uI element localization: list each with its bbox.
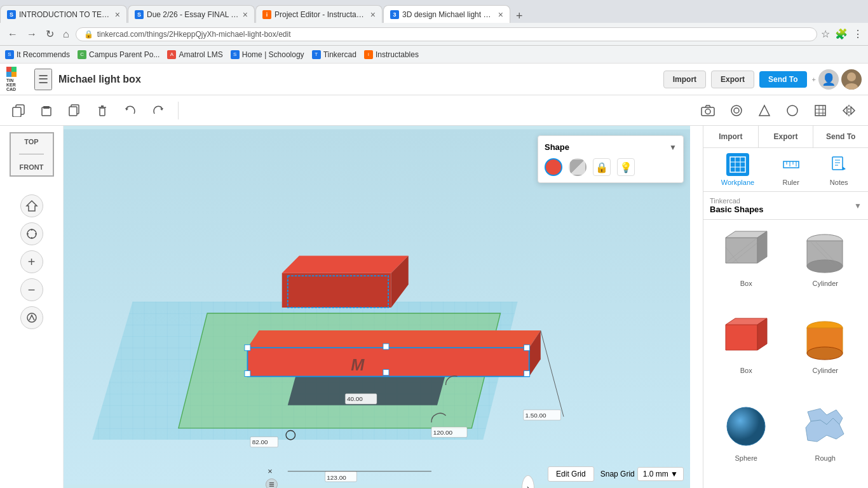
bookmark-it-recommends-label: It Recommends	[17, 50, 70, 59]
circle-button[interactable]	[780, 100, 804, 121]
send-to-action-btn[interactable]: Send To	[813, 126, 868, 147]
home-view-button[interactable]	[20, 194, 43, 217]
back-button[interactable]: ←	[5, 27, 20, 41]
bookmark-schoology[interactable]: S Home | Schoology	[231, 50, 304, 59]
shape-panel-title: Shape	[545, 142, 569, 152]
svg-rect-8	[100, 108, 105, 116]
tinkercad-logo: TINKERCAD	[6, 67, 28, 92]
bookmark-campus[interactable]: C Campus Parent Po...	[78, 50, 159, 59]
star-icon[interactable]: ☆	[821, 28, 830, 40]
import-action-btn[interactable]: Import	[703, 126, 759, 147]
tab-4-close[interactable]: ×	[498, 10, 503, 20]
view-button[interactable]	[724, 100, 749, 121]
workplane-tool[interactable]: Workplane	[721, 153, 754, 186]
shape-item-cylinder-gray[interactable]: Cylinder	[789, 226, 862, 307]
main-content: TOP FRONT + −	[0, 126, 868, 488]
puzzle-icon[interactable]: 🧩	[835, 28, 848, 40]
minus-button[interactable]: −	[20, 278, 43, 301]
shape-item-rough[interactable]: Rough	[789, 401, 862, 482]
view-cube-top-label: TOP	[24, 138, 38, 146]
view-cube-inner[interactable]: TOP FRONT	[10, 132, 54, 177]
forward-button[interactable]: →	[24, 27, 39, 41]
shapes-grid: Box Cylinder	[703, 220, 868, 488]
view-cube[interactable]: TOP FRONT	[6, 132, 57, 183]
mirror-button[interactable]	[836, 100, 862, 121]
snap-grid-value[interactable]: 1.0 mm ▼	[637, 467, 684, 481]
shape-item-sphere-blue[interactable]: Sphere	[710, 401, 783, 482]
svg-marker-37	[282, 273, 391, 308]
paste-button[interactable]	[34, 100, 58, 121]
camera-button[interactable]	[695, 101, 721, 120]
user-profile-avatar[interactable]	[841, 69, 862, 90]
right-panel: Import Export Send To	[703, 126, 868, 488]
redo-button[interactable]	[146, 100, 170, 121]
ruler-icon	[780, 153, 803, 176]
svg-marker-76	[843, 166, 846, 170]
shape-item-box-red[interactable]: Box	[710, 313, 783, 394]
copy-button[interactable]	[6, 100, 31, 121]
tab-3[interactable]: i Project Editor - Instructables ×	[255, 5, 383, 23]
export-button[interactable]: Export	[711, 71, 754, 88]
svg-rect-50	[383, 370, 389, 376]
svg-point-26	[27, 229, 36, 238]
browser-toolbar-icons: ☆ 🧩 ⋮	[821, 28, 863, 40]
browser-toolbar: ← → ↻ ⌂ 🔒 tinkercad.com/things/2HkeppQjy…	[0, 23, 868, 46]
import-button[interactable]: Import	[663, 71, 706, 88]
right-panel-actions: Import Export Send To	[703, 126, 868, 148]
tab-1[interactable]: S INTRODUCTION TO TECHNOLOG... ×	[0, 5, 127, 23]
shape-item-box-gray[interactable]: Box	[710, 226, 783, 307]
tab-2-close[interactable]: ×	[243, 10, 248, 20]
shape-color-gray-btn[interactable]	[569, 158, 587, 176]
svg-point-16	[787, 105, 797, 116]
svg-rect-48	[524, 370, 530, 376]
tab-2[interactable]: S Due 2/26 - Essay FINAL DRAFT... ×	[128, 5, 255, 23]
snap-grid-chevron[interactable]: ▼	[670, 470, 678, 478]
red-tall-box[interactable]	[282, 255, 409, 307]
tab-4[interactable]: 3 3D design Michael light box | Tin... ×	[383, 5, 510, 23]
shape-name-rough: Rough	[815, 454, 836, 462]
bookmark-it-recommends[interactable]: S It Recommends	[5, 50, 70, 59]
tab-3-title: Project Editor - Instructables	[275, 10, 367, 19]
svg-rect-17	[815, 105, 825, 116]
shape-panel-toggle[interactable]: ▼	[669, 143, 677, 152]
bookmark-schoology-label: Home | Schoology	[242, 50, 304, 59]
menu-icon-button[interactable]: ☰	[34, 69, 52, 90]
red-wide-box[interactable]	[245, 330, 541, 376]
shape-bulb-btn[interactable]: 💡	[617, 158, 635, 176]
menu-dots-icon[interactable]: ⋮	[853, 28, 863, 40]
tab-1-close[interactable]: ×	[115, 10, 120, 20]
bookmark-instructables[interactable]: i Instructables	[364, 50, 419, 59]
shape-color-red-btn[interactable]	[545, 158, 562, 176]
ruler-label: Ruler	[783, 179, 799, 186]
shapes-dropdown-arrow[interactable]: ▼	[854, 201, 862, 210]
viewport[interactable]: M 40.00 120.00 1.50.00 82.00 123.00	[64, 126, 690, 488]
delete-button[interactable]	[90, 100, 114, 121]
bookmark-amatrol[interactable]: A Amatrol LMS	[167, 50, 222, 59]
shape-name-cylinder-gray: Cylinder	[813, 280, 838, 287]
list-icon[interactable]	[266, 478, 277, 488]
send-to-button[interactable]: Send To	[759, 71, 806, 88]
ruler-tool[interactable]: Ruler	[780, 153, 803, 186]
undo-button[interactable]	[118, 100, 142, 121]
edit-grid-button[interactable]: Edit Grid	[548, 466, 594, 482]
app-container: TINKERCAD ☰ Michael light box Import Exp…	[0, 64, 868, 488]
new-tab-button[interactable]: +	[511, 10, 528, 23]
address-bar[interactable]: 🔒 tinkercad.com/things/2HkeppQjyXh-micha…	[76, 27, 817, 41]
notes-tool[interactable]: Notes	[827, 153, 850, 186]
duplicate-button[interactable]	[62, 100, 86, 121]
shape-lock-btn[interactable]: 🔒	[593, 158, 611, 176]
shape-item-cylinder-orange[interactable]: Cylinder	[789, 313, 862, 394]
dim-82-label: 82.00	[252, 438, 268, 445]
bookmark-tinkercad[interactable]: T Tinkercad	[312, 50, 356, 59]
svg-rect-47	[245, 370, 250, 376]
shape-button[interactable]	[752, 100, 776, 121]
orient-button[interactable]	[20, 306, 43, 329]
tab-3-close[interactable]: ×	[370, 10, 376, 20]
grid-button[interactable]	[808, 100, 832, 121]
home-button[interactable]: ⌂	[60, 27, 72, 41]
add-button[interactable]: +	[20, 250, 43, 273]
refresh-button[interactable]: ↻	[43, 27, 57, 41]
export-action-btn[interactable]: Export	[759, 126, 814, 147]
select-button[interactable]	[20, 222, 43, 245]
user-avatar[interactable]: 👤	[818, 69, 839, 90]
